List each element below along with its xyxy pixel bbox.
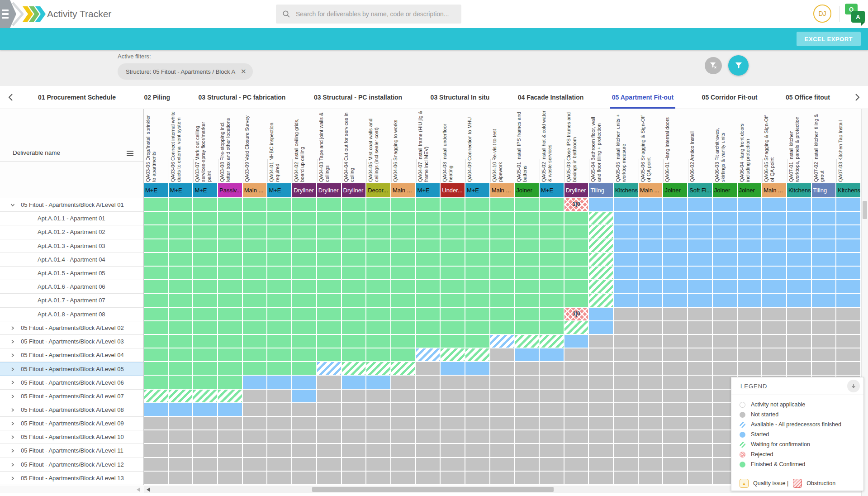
grid-cell[interactable] [416, 403, 441, 417]
grid-cell[interactable] [441, 376, 465, 389]
grid-cell[interactable] [267, 280, 292, 294]
grid-cell[interactable] [663, 444, 688, 458]
grid-cell[interactable] [639, 376, 664, 389]
grid-cell[interactable] [193, 308, 218, 321]
grid-cell[interactable] [416, 225, 441, 239]
grid-cell[interactable] [515, 335, 540, 348]
tab-4[interactable]: 03 Structural - PC installation [309, 86, 407, 109]
grid-cell[interactable] [787, 362, 812, 376]
tab-6[interactable]: 04 Facade Installation [513, 86, 588, 109]
grid-cell[interactable] [589, 267, 614, 280]
row-label[interactable]: 05 Fitout - Apartments/Block A/Level 11 [0, 444, 143, 458]
grid-cell[interactable] [812, 280, 837, 294]
grid-cell[interactable] [441, 362, 465, 376]
grid-cell[interactable] [490, 403, 515, 417]
grid-cell[interactable] [515, 458, 540, 472]
grid-cell[interactable] [540, 430, 564, 444]
grid-cell[interactable] [515, 417, 540, 430]
grid-cell[interactable] [292, 348, 317, 362]
grid-cell[interactable] [490, 417, 515, 430]
grid-cell[interactable] [292, 225, 317, 239]
grid-cell[interactable] [812, 239, 837, 253]
tab-3[interactable]: 03 Structural - PC fabrication [194, 86, 290, 109]
grid-cell[interactable] [564, 321, 589, 335]
grid-cell[interactable] [812, 225, 837, 239]
grid-cell[interactable] [169, 294, 194, 307]
grid-cell[interactable] [540, 280, 564, 294]
grid-cell[interactable] [490, 430, 515, 444]
grid-cell[interactable] [342, 267, 367, 280]
grid-cell[interactable] [292, 308, 317, 321]
grid-cell[interactable] [663, 472, 688, 485]
grid-cell[interactable] [738, 212, 763, 225]
grid-cell[interactable] [787, 335, 812, 348]
column-header[interactable]: QA03-05 Drop/Install sprinkler to apartm… [144, 109, 169, 183]
grid-cell[interactable] [589, 335, 614, 348]
grid-cell[interactable] [218, 444, 243, 458]
grid-cell[interactable] [663, 308, 688, 321]
grid-cell[interactable] [267, 212, 292, 225]
grid-cell[interactable] [193, 362, 218, 376]
scroll-left-icon[interactable] [147, 487, 150, 492]
grid-cell[interactable] [317, 458, 342, 472]
column-header[interactable]: QA04-07 Install frame (HIU jig & frame i… [416, 109, 441, 183]
row-label[interactable]: Apt.A.01.7 - Apartment 07 [0, 294, 143, 307]
grid-cell[interactable] [688, 430, 713, 444]
grid-cell[interactable] [342, 294, 367, 307]
grid-cell[interactable] [589, 253, 614, 267]
grid-cell[interactable] [738, 225, 763, 239]
grid-cell[interactable] [787, 294, 812, 307]
grid-cell[interactable] [169, 444, 194, 458]
grid-cell[interactable] [540, 253, 564, 267]
grid-cell[interactable] [465, 267, 490, 280]
grid-cell[interactable] [639, 280, 664, 294]
grid-cell[interactable] [688, 253, 713, 267]
row-label[interactable]: 05 Fitout - Apartments/Block A/Level 06 [0, 376, 143, 389]
grid-cell[interactable] [836, 225, 861, 239]
grid-cell[interactable] [787, 348, 812, 362]
grid-cell[interactable] [589, 417, 614, 430]
grid-cell[interactable] [465, 444, 490, 458]
row-label[interactable]: Apt.A.01.6 - Apartment 06 [0, 280, 143, 294]
grid-cell[interactable] [490, 376, 515, 389]
grid-cell[interactable] [366, 239, 391, 253]
grid-cell[interactable] [317, 403, 342, 417]
grid-cell[interactable] [366, 225, 391, 239]
grid-cell[interactable] [465, 321, 490, 335]
grid-cell[interactable] [515, 472, 540, 485]
grid-cell[interactable] [762, 362, 787, 376]
grid-cell[interactable] [193, 294, 218, 307]
grid-cell[interactable] [540, 294, 564, 307]
grid-cell[interactable] [193, 253, 218, 267]
grid-cell[interactable] [416, 348, 441, 362]
grid-cell[interactable] [663, 198, 688, 212]
grid-cell[interactable] [540, 212, 564, 225]
grid-cell[interactable] [836, 308, 861, 321]
grid-cell[interactable] [812, 253, 837, 267]
grid-cell[interactable] [639, 417, 664, 430]
grid-cell[interactable] [366, 321, 391, 335]
grid-cell[interactable] [218, 308, 243, 321]
grid-cell[interactable] [490, 308, 515, 321]
grid-cell[interactable] [465, 294, 490, 307]
grid-cell[interactable] [639, 430, 664, 444]
grid-cell[interactable] [416, 198, 441, 212]
grid-cell[interactable] [292, 198, 317, 212]
grid-cell[interactable] [292, 430, 317, 444]
grid-cell[interactable] [738, 239, 763, 253]
grid-cell[interactable] [614, 253, 639, 267]
column-header[interactable]: QA05-01 Install IPS frames and battens [515, 109, 540, 183]
grid-cell[interactable] [490, 267, 515, 280]
grid-cell[interactable] [342, 444, 367, 458]
tab-5[interactable]: 03 Structural In situ [426, 86, 494, 109]
grid-cell[interactable] [342, 280, 367, 294]
grid-cell[interactable] [614, 362, 639, 376]
grid-cell[interactable] [762, 253, 787, 267]
grid-cell[interactable] [540, 308, 564, 321]
grid-cell[interactable] [391, 239, 416, 253]
column-header[interactable]: QA07-02 Install kitchen tiling & grout [812, 109, 837, 183]
grid-cell[interactable] [169, 239, 194, 253]
grid-cell[interactable] [342, 212, 367, 225]
grid-cell[interactable] [441, 472, 465, 485]
grid-cell[interactable] [144, 225, 169, 239]
